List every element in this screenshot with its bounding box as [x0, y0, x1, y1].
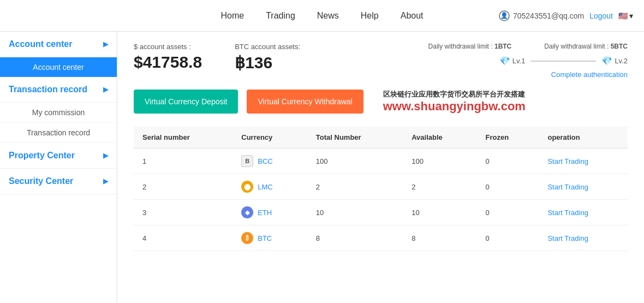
- diamond-icon-1: 💎: [499, 56, 510, 66]
- main-content: $ account assets : $41758.8 BTC account …: [117, 32, 644, 303]
- cell-currency-3: ₿ BTC: [232, 225, 307, 251]
- sidebar-item-transaction-record[interactable]: Transaction record: [0, 123, 117, 143]
- complete-authentication-link[interactable]: Complete authentication: [428, 70, 628, 79]
- start-trading-button-0[interactable]: Start Trading: [547, 157, 588, 165]
- level1-item: 💎 Lv.1: [499, 56, 526, 66]
- chevron-down-icon: ▾: [629, 11, 633, 20]
- start-trading-button-3[interactable]: Start Trading: [547, 234, 588, 242]
- col-serial-number: Serial number: [134, 127, 232, 148]
- sidebar-section-account-center[interactable]: Account center ▶: [0, 32, 117, 57]
- user-email: 705243551@qq.com: [513, 11, 584, 20]
- diamond-icon-2: 💎: [601, 56, 612, 66]
- cell-available-3: 8: [403, 225, 476, 251]
- user-info: 👤 705243551@qq.com: [499, 10, 584, 21]
- watermark-url-text: www.shuangyingbw.com: [383, 99, 526, 114]
- watermark-block: 区块链行业应用数字货币交易所平台开发搭建 www.shuangyingbw.co…: [383, 90, 526, 114]
- cell-currency-1: ⬤ LMC: [232, 174, 307, 200]
- logout-button[interactable]: Logout: [589, 11, 613, 20]
- assets-table-header: Serial number Currency Total Number Avai…: [134, 127, 628, 148]
- table-row: 1 B BCC 100 100 0 Start Trading: [134, 148, 628, 174]
- flag-icon: 🇺🇸: [618, 11, 628, 20]
- assets-row: $ account assets : $41758.8 BTC account …: [134, 43, 628, 79]
- coin-icon-btc: ₿: [241, 232, 253, 244]
- cell-frozen-0: 0: [476, 148, 539, 174]
- col-operation: operation: [539, 127, 628, 148]
- col-frozen: Frozen: [476, 127, 539, 148]
- btc-asset-label: BTC account assets:: [235, 43, 300, 51]
- nav-right: 👤 705243551@qq.com Logout 🇺🇸 ▾: [499, 10, 633, 21]
- assets-table-body: 1 B BCC 100 100 0 Start Trading 2 ⬤ LMC …: [134, 148, 628, 251]
- nav-links: Home Trading News Help About: [220, 11, 423, 21]
- coin-icon-eth: ◆: [241, 206, 253, 218]
- table-row: 4 ₿ BTC 8 8 0 Start Trading: [134, 225, 628, 251]
- virtual-currency-deposit-button[interactable]: Virtual Currency Deposit: [134, 90, 238, 114]
- btc-asset-block: BTC account assets: ฿136: [235, 43, 300, 72]
- chevron-right-icon-4: ▶: [103, 177, 108, 185]
- cell-serial-0: 1: [134, 148, 232, 174]
- level1-label: Lv.1: [512, 57, 526, 65]
- cell-available-1: 2: [403, 174, 476, 200]
- sidebar-section-property-label: Property Center: [9, 151, 75, 161]
- withdrawal-limits: Daily withdrawal limit : 1BTC Daily with…: [428, 43, 628, 79]
- cell-frozen-2: 0: [476, 200, 539, 225]
- cell-total-0: 100: [307, 148, 403, 174]
- main-layout: Account center ▶ Account center Transact…: [0, 32, 644, 303]
- cell-action-2: Start Trading: [539, 200, 628, 225]
- chevron-right-icon-2: ▶: [103, 86, 108, 93]
- sidebar-section-transaction-label: Transaction record: [9, 85, 87, 94]
- nav-home[interactable]: Home: [220, 11, 244, 21]
- user-avatar-icon: 👤: [499, 10, 510, 21]
- language-selector[interactable]: 🇺🇸 ▾: [618, 11, 633, 20]
- cell-serial-1: 2: [134, 174, 232, 200]
- col-total-number: Total Number: [307, 127, 403, 148]
- limits-row: Daily withdrawal limit : 1BTC Daily with…: [428, 43, 628, 50]
- sidebar: Account center ▶ Account center Transact…: [0, 32, 117, 303]
- currency-name-lmc[interactable]: LMC: [258, 183, 272, 191]
- table-header-row: Serial number Currency Total Number Avai…: [134, 127, 628, 148]
- action-buttons-row: Virtual Currency Deposit Virtual Currenc…: [134, 90, 628, 114]
- chevron-right-icon-3: ▶: [103, 152, 108, 159]
- sidebar-section-security-label: Security Center: [9, 176, 73, 186]
- watermark-cn-text: 区块链行业应用数字货币交易所平台开发搭建: [383, 90, 526, 99]
- col-available: Available: [403, 127, 476, 148]
- nav-help[interactable]: Help: [361, 11, 379, 21]
- start-trading-button-2[interactable]: Start Trading: [547, 209, 588, 217]
- virtual-currency-withdrawal-button[interactable]: Virtual Currency Withdrawal: [247, 90, 363, 114]
- nav-trading[interactable]: Trading: [266, 11, 295, 21]
- sidebar-section-security-center[interactable]: Security Center ▶: [0, 169, 117, 194]
- level-row: 💎 Lv.1 💎 Lv.2: [428, 56, 628, 66]
- currency-name-eth[interactable]: ETH: [258, 209, 272, 217]
- cell-currency-2: ◆ ETH: [232, 200, 307, 225]
- cell-serial-2: 3: [134, 200, 232, 225]
- sidebar-item-account-center[interactable]: Account center: [0, 57, 117, 77]
- level2-label: Lv.2: [615, 57, 628, 65]
- sidebar-section-account-center-label: Account center: [9, 39, 72, 49]
- cell-currency-0: B BCC: [232, 148, 307, 174]
- assets-table: Serial number Currency Total Number Avai…: [134, 127, 628, 251]
- cell-available-2: 10: [403, 200, 476, 225]
- btc-asset-value: ฿136: [235, 53, 300, 72]
- start-trading-button-1[interactable]: Start Trading: [547, 183, 588, 191]
- currency-name-bcc[interactable]: BCC: [258, 157, 272, 165]
- coin-icon-bcc: B: [241, 155, 253, 167]
- cell-action-1: Start Trading: [539, 174, 628, 200]
- nav-news[interactable]: News: [317, 11, 339, 21]
- sidebar-section-transaction-record[interactable]: Transaction record ▶: [0, 77, 117, 103]
- cell-frozen-1: 0: [476, 174, 539, 200]
- cell-serial-3: 4: [134, 225, 232, 251]
- cell-total-1: 2: [307, 174, 403, 200]
- sidebar-section-property-center[interactable]: Property Center ▶: [0, 143, 117, 169]
- cell-action-0: Start Trading: [539, 148, 628, 174]
- nav-about[interactable]: About: [401, 11, 424, 21]
- top-navigation: Home Trading News Help About 👤 705243551…: [0, 0, 644, 32]
- daily-limit1-label: Daily withdrawal limit : 1BTC: [428, 43, 512, 50]
- table-row: 2 ⬤ LMC 2 2 0 Start Trading: [134, 174, 628, 200]
- level2-item: 💎 Lv.2: [601, 56, 628, 66]
- chevron-right-icon: ▶: [103, 40, 108, 48]
- table-row: 3 ◆ ETH 10 10 0 Start Trading: [134, 200, 628, 225]
- cell-available-0: 100: [403, 148, 476, 174]
- sidebar-item-my-commission[interactable]: My commission: [0, 103, 117, 123]
- cell-total-2: 10: [307, 200, 403, 225]
- cell-total-3: 8: [307, 225, 403, 251]
- currency-name-btc[interactable]: BTC: [258, 234, 272, 242]
